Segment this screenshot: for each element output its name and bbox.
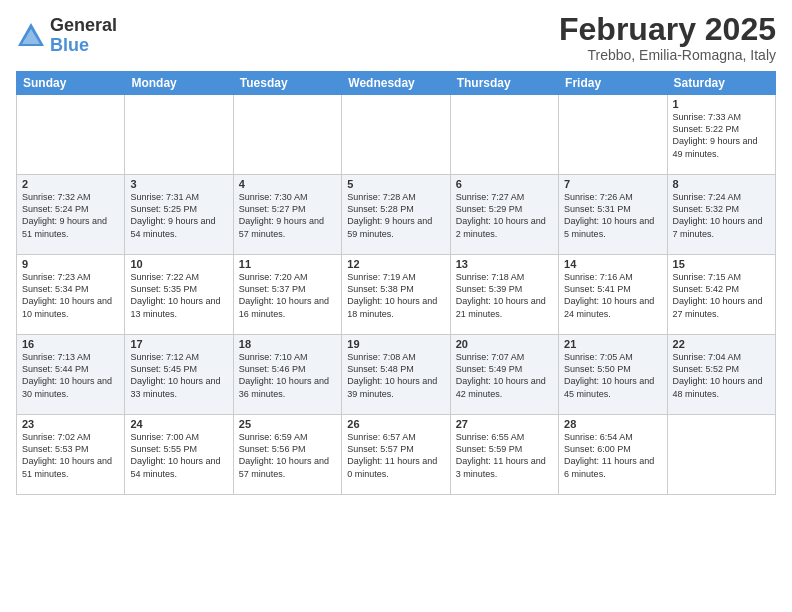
weekday-header-monday: Monday [125,72,233,95]
day-number: 16 [22,338,119,350]
day-number: 25 [239,418,336,430]
day-info: Sunrise: 7:23 AM Sunset: 5:34 PM Dayligh… [22,271,119,320]
day-number: 23 [22,418,119,430]
week-row-3: 9Sunrise: 7:23 AM Sunset: 5:34 PM Daylig… [17,255,776,335]
day-info: Sunrise: 7:07 AM Sunset: 5:49 PM Dayligh… [456,351,553,400]
calendar-cell: 3Sunrise: 7:31 AM Sunset: 5:25 PM Daylig… [125,175,233,255]
day-number: 7 [564,178,661,190]
calendar-cell: 13Sunrise: 7:18 AM Sunset: 5:39 PM Dayli… [450,255,558,335]
week-row-1: 1Sunrise: 7:33 AM Sunset: 5:22 PM Daylig… [17,95,776,175]
calendar-cell [125,95,233,175]
day-info: Sunrise: 6:54 AM Sunset: 6:00 PM Dayligh… [564,431,661,480]
day-info: Sunrise: 7:31 AM Sunset: 5:25 PM Dayligh… [130,191,227,240]
day-info: Sunrise: 6:59 AM Sunset: 5:56 PM Dayligh… [239,431,336,480]
day-info: Sunrise: 6:57 AM Sunset: 5:57 PM Dayligh… [347,431,444,480]
day-number: 14 [564,258,661,270]
calendar-cell: 2Sunrise: 7:32 AM Sunset: 5:24 PM Daylig… [17,175,125,255]
day-info: Sunrise: 7:30 AM Sunset: 5:27 PM Dayligh… [239,191,336,240]
weekday-header-sunday: Sunday [17,72,125,95]
header: General Blue February 2025 Trebbo, Emili… [16,12,776,63]
calendar-cell [667,415,775,495]
calendar-cell [233,95,341,175]
day-info: Sunrise: 7:15 AM Sunset: 5:42 PM Dayligh… [673,271,770,320]
day-number: 2 [22,178,119,190]
calendar-cell: 9Sunrise: 7:23 AM Sunset: 5:34 PM Daylig… [17,255,125,335]
day-info: Sunrise: 7:13 AM Sunset: 5:44 PM Dayligh… [22,351,119,400]
week-row-2: 2Sunrise: 7:32 AM Sunset: 5:24 PM Daylig… [17,175,776,255]
day-info: Sunrise: 7:04 AM Sunset: 5:52 PM Dayligh… [673,351,770,400]
day-info: Sunrise: 7:20 AM Sunset: 5:37 PM Dayligh… [239,271,336,320]
calendar-cell: 22Sunrise: 7:04 AM Sunset: 5:52 PM Dayli… [667,335,775,415]
day-info: Sunrise: 7:22 AM Sunset: 5:35 PM Dayligh… [130,271,227,320]
calendar-cell: 21Sunrise: 7:05 AM Sunset: 5:50 PM Dayli… [559,335,667,415]
week-row-5: 23Sunrise: 7:02 AM Sunset: 5:53 PM Dayli… [17,415,776,495]
weekday-header-row: SundayMondayTuesdayWednesdayThursdayFrid… [17,72,776,95]
calendar-cell: 12Sunrise: 7:19 AM Sunset: 5:38 PM Dayli… [342,255,450,335]
calendar-cell: 17Sunrise: 7:12 AM Sunset: 5:45 PM Dayli… [125,335,233,415]
logo-icon [16,21,46,51]
day-number: 19 [347,338,444,350]
day-info: Sunrise: 7:08 AM Sunset: 5:48 PM Dayligh… [347,351,444,400]
day-info: Sunrise: 7:05 AM Sunset: 5:50 PM Dayligh… [564,351,661,400]
day-info: Sunrise: 7:10 AM Sunset: 5:46 PM Dayligh… [239,351,336,400]
day-info: Sunrise: 6:55 AM Sunset: 5:59 PM Dayligh… [456,431,553,480]
calendar-cell: 6Sunrise: 7:27 AM Sunset: 5:29 PM Daylig… [450,175,558,255]
day-info: Sunrise: 7:16 AM Sunset: 5:41 PM Dayligh… [564,271,661,320]
calendar-cell: 23Sunrise: 7:02 AM Sunset: 5:53 PM Dayli… [17,415,125,495]
calendar-cell: 27Sunrise: 6:55 AM Sunset: 5:59 PM Dayli… [450,415,558,495]
day-info: Sunrise: 7:27 AM Sunset: 5:29 PM Dayligh… [456,191,553,240]
calendar-cell: 26Sunrise: 6:57 AM Sunset: 5:57 PM Dayli… [342,415,450,495]
logo: General Blue [16,16,117,56]
calendar-cell: 18Sunrise: 7:10 AM Sunset: 5:46 PM Dayli… [233,335,341,415]
calendar-cell: 25Sunrise: 6:59 AM Sunset: 5:56 PM Dayli… [233,415,341,495]
calendar-cell: 1Sunrise: 7:33 AM Sunset: 5:22 PM Daylig… [667,95,775,175]
day-number: 20 [456,338,553,350]
calendar-cell [559,95,667,175]
calendar-cell: 14Sunrise: 7:16 AM Sunset: 5:41 PM Dayli… [559,255,667,335]
calendar-cell: 5Sunrise: 7:28 AM Sunset: 5:28 PM Daylig… [342,175,450,255]
day-number: 8 [673,178,770,190]
day-number: 17 [130,338,227,350]
calendar-cell: 8Sunrise: 7:24 AM Sunset: 5:32 PM Daylig… [667,175,775,255]
location: Trebbo, Emilia-Romagna, Italy [559,47,776,63]
day-number: 24 [130,418,227,430]
calendar-cell: 24Sunrise: 7:00 AM Sunset: 5:55 PM Dayli… [125,415,233,495]
day-number: 15 [673,258,770,270]
calendar-cell: 10Sunrise: 7:22 AM Sunset: 5:35 PM Dayli… [125,255,233,335]
calendar-cell [17,95,125,175]
day-number: 5 [347,178,444,190]
calendar-cell: 19Sunrise: 7:08 AM Sunset: 5:48 PM Dayli… [342,335,450,415]
day-number: 28 [564,418,661,430]
day-number: 4 [239,178,336,190]
day-info: Sunrise: 7:33 AM Sunset: 5:22 PM Dayligh… [673,111,770,160]
title-block: February 2025 Trebbo, Emilia-Romagna, It… [559,12,776,63]
day-info: Sunrise: 7:12 AM Sunset: 5:45 PM Dayligh… [130,351,227,400]
day-number: 6 [456,178,553,190]
logo-blue: Blue [50,36,117,56]
day-info: Sunrise: 7:02 AM Sunset: 5:53 PM Dayligh… [22,431,119,480]
weekday-header-saturday: Saturday [667,72,775,95]
day-number: 12 [347,258,444,270]
calendar-cell: 16Sunrise: 7:13 AM Sunset: 5:44 PM Dayli… [17,335,125,415]
calendar-cell: 11Sunrise: 7:20 AM Sunset: 5:37 PM Dayli… [233,255,341,335]
day-number: 3 [130,178,227,190]
day-number: 11 [239,258,336,270]
logo-text: General Blue [50,16,117,56]
month-title: February 2025 [559,12,776,47]
weekday-header-friday: Friday [559,72,667,95]
day-info: Sunrise: 7:18 AM Sunset: 5:39 PM Dayligh… [456,271,553,320]
day-number: 10 [130,258,227,270]
weekday-header-wednesday: Wednesday [342,72,450,95]
calendar-cell [342,95,450,175]
day-info: Sunrise: 7:32 AM Sunset: 5:24 PM Dayligh… [22,191,119,240]
weekday-header-tuesday: Tuesday [233,72,341,95]
day-info: Sunrise: 7:00 AM Sunset: 5:55 PM Dayligh… [130,431,227,480]
calendar-cell: 15Sunrise: 7:15 AM Sunset: 5:42 PM Dayli… [667,255,775,335]
day-number: 9 [22,258,119,270]
day-info: Sunrise: 7:28 AM Sunset: 5:28 PM Dayligh… [347,191,444,240]
logo-general: General [50,16,117,36]
day-info: Sunrise: 7:19 AM Sunset: 5:38 PM Dayligh… [347,271,444,320]
weekday-header-thursday: Thursday [450,72,558,95]
page: General Blue February 2025 Trebbo, Emili… [0,0,792,612]
calendar: SundayMondayTuesdayWednesdayThursdayFrid… [16,71,776,495]
